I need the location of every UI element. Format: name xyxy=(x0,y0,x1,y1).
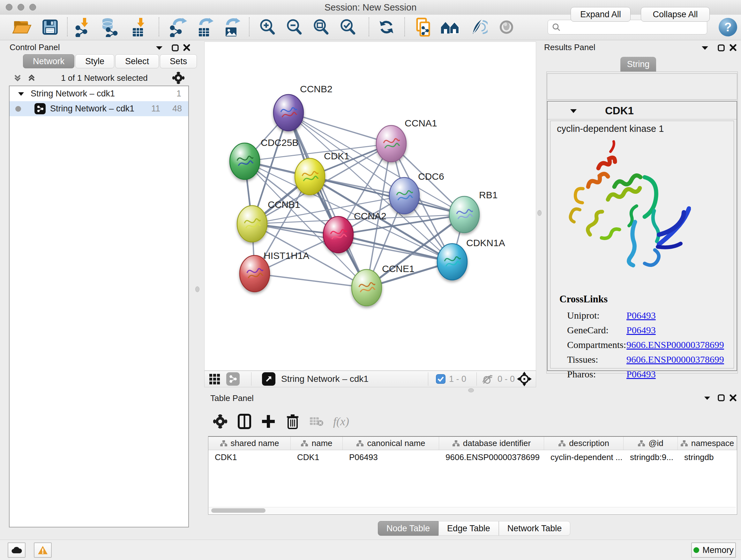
import-table-icon[interactable] xyxy=(128,17,150,38)
table-horizontal-scrollbar[interactable] xyxy=(209,507,736,514)
crosslink-link[interactable]: 9606.ENSP00000378699 xyxy=(626,339,724,350)
table-cell[interactable]: stringdb:9... xyxy=(623,450,678,464)
memory-button[interactable]: Memory xyxy=(691,543,736,558)
table-cell[interactable]: 9606.ENSP00000378699 xyxy=(439,450,544,464)
edge-CCNB2-CCNA1[interactable] xyxy=(288,113,391,144)
column-header-description[interactable]: description xyxy=(544,437,623,450)
node-HIST1H1A[interactable]: HIST1H1A xyxy=(240,250,309,292)
birdseye-gray-icon[interactable] xyxy=(495,17,518,38)
tab-edge-table[interactable]: Edge Table xyxy=(439,521,499,536)
node-RB1[interactable]: RB1 xyxy=(449,190,497,233)
collapse-all-button[interactable]: Collapse All xyxy=(641,7,710,22)
minimize-window-icon[interactable] xyxy=(17,4,24,10)
expand-all-button[interactable]: Expand All xyxy=(570,7,630,22)
gene-header-row[interactable]: CDK1 xyxy=(548,102,737,119)
help-button[interactable]: ? xyxy=(719,18,737,37)
refresh-icon[interactable] xyxy=(375,17,398,38)
zoom-selected-icon[interactable] xyxy=(337,17,359,38)
collapse-all-chevron-icon[interactable] xyxy=(13,73,22,83)
table-panel-menu-icon[interactable] xyxy=(703,395,711,401)
tab-sets[interactable]: Sets xyxy=(160,54,197,68)
cloud-status-button[interactable] xyxy=(8,543,25,558)
tab-select[interactable]: Select xyxy=(115,54,159,68)
import-database-icon[interactable] xyxy=(98,17,121,38)
right-splitter-handle[interactable] xyxy=(537,210,542,216)
add-column-icon[interactable] xyxy=(258,411,279,432)
zoom-fit-icon[interactable] xyxy=(310,17,332,38)
tab-style[interactable]: Style xyxy=(75,54,114,68)
tree-caret-icon[interactable] xyxy=(17,91,25,97)
crosslink-link[interactable]: P06493 xyxy=(626,369,656,380)
table-cell[interactable]: stringdb xyxy=(678,450,737,464)
control-panel-float-icon[interactable] xyxy=(172,44,179,52)
table-cell[interactable]: CDK1 xyxy=(291,450,343,464)
network-row[interactable]: String Network – cdk1 11 48 xyxy=(10,101,188,116)
show-columns-icon[interactable] xyxy=(234,411,255,432)
bottom-splitter-handle[interactable] xyxy=(468,388,474,392)
control-panel-menu-icon[interactable] xyxy=(155,44,163,51)
delete-column-trash-icon[interactable] xyxy=(282,411,303,432)
table-cell[interactable]: CDK1 xyxy=(208,450,291,464)
window-controls[interactable] xyxy=(6,4,36,10)
results-panel-close-icon[interactable] xyxy=(729,44,737,52)
column-header-canonical-name[interactable]: canonical name xyxy=(343,437,439,450)
close-window-icon[interactable] xyxy=(6,4,12,10)
edge-CCNB2-CCNE1[interactable] xyxy=(288,113,367,288)
table-row[interactable]: CDK1CDK1P064939606.ENSP00000378699cyclin… xyxy=(208,450,737,464)
warnings-button[interactable] xyxy=(34,543,52,558)
gene-collapse-caret-icon[interactable] xyxy=(569,107,578,114)
clone-network-icon[interactable] xyxy=(412,17,434,38)
zoom-in-icon[interactable] xyxy=(256,17,279,38)
table-panel-close-icon[interactable] xyxy=(729,394,737,402)
tab-node-table[interactable]: Node Table xyxy=(378,521,439,536)
node-CDC25B[interactable]: CDC25B xyxy=(230,137,298,179)
network-options-gear-icon[interactable] xyxy=(172,72,185,84)
open-folder-icon[interactable] xyxy=(11,17,33,38)
tab-network-table[interactable]: Network Table xyxy=(499,521,570,536)
table-cell[interactable]: cyclin-dependent ... xyxy=(544,450,623,464)
delete-table-icon[interactable] xyxy=(307,411,327,432)
grid-view-icon[interactable] xyxy=(208,371,221,387)
column-header--id[interactable]: @id xyxy=(623,437,678,450)
node-CCNA1[interactable]: CCNA1 xyxy=(376,118,437,162)
string-network-graph[interactable]: CCNB2CCNA1CDC25BCDK1CDC6RB1CCNB1CCNA2CDK… xyxy=(205,42,536,370)
crosslink-link[interactable]: 9606.ENSP00000378699 xyxy=(626,354,724,365)
network-canvas[interactable]: CCNB2CCNA1CDC25BCDK1CDC6RB1CCNB1CCNA2CDK… xyxy=(204,42,536,371)
node-CDKN1A[interactable]: CDKN1A xyxy=(437,238,505,280)
zoom-out-icon[interactable] xyxy=(283,17,306,38)
edge-HIST1H1A-CCNE1[interactable] xyxy=(255,273,367,288)
tab-string[interactable]: String xyxy=(620,57,656,72)
crosslink-link[interactable]: P06493 xyxy=(626,310,656,321)
table-cell[interactable]: P06493 xyxy=(343,450,439,464)
node-CCNE1[interactable]: CCNE1 xyxy=(352,263,414,306)
save-icon[interactable] xyxy=(39,17,61,38)
tab-network[interactable]: Network xyxy=(23,54,74,68)
results-panel-float-icon[interactable] xyxy=(718,44,725,52)
network-share-view-icon[interactable] xyxy=(226,371,240,387)
hide-graphics-details-icon[interactable] xyxy=(467,17,489,38)
export-table-icon[interactable] xyxy=(194,17,216,38)
function-builder-icon[interactable]: f(x) xyxy=(331,411,351,432)
column-header-shared-name[interactable]: shared name xyxy=(208,437,291,450)
scrollbar-thumb[interactable] xyxy=(211,508,266,513)
maximize-window-icon[interactable] xyxy=(29,4,36,10)
birdseye-toggle-icon[interactable] xyxy=(262,371,275,387)
selected-checkbox-icon[interactable] xyxy=(435,371,446,387)
search-input[interactable] xyxy=(564,22,703,33)
column-header-namespace[interactable]: namespace xyxy=(678,437,737,450)
table-settings-gear-icon[interactable] xyxy=(210,411,230,432)
network-overview-houses-icon[interactable] xyxy=(440,17,462,38)
network-collection-row[interactable]: String Network – cdk1 1 xyxy=(10,86,188,101)
crosslink-link[interactable]: P06493 xyxy=(626,325,656,335)
results-panel-menu-icon[interactable] xyxy=(701,44,709,51)
column-header-name[interactable]: name xyxy=(291,437,343,450)
expand-all-chevron-icon[interactable] xyxy=(27,73,37,83)
import-network-icon[interactable] xyxy=(72,17,94,38)
fit-crosshair-icon[interactable] xyxy=(517,371,532,387)
column-header-database-identifier[interactable]: database identifier xyxy=(439,437,544,450)
export-network-icon[interactable] xyxy=(167,17,189,38)
hidden-eye-icon[interactable] xyxy=(481,371,494,387)
search-field[interactable] xyxy=(548,20,707,35)
control-panel-close-icon[interactable] xyxy=(183,44,191,52)
table-panel-float-icon[interactable] xyxy=(718,394,725,401)
